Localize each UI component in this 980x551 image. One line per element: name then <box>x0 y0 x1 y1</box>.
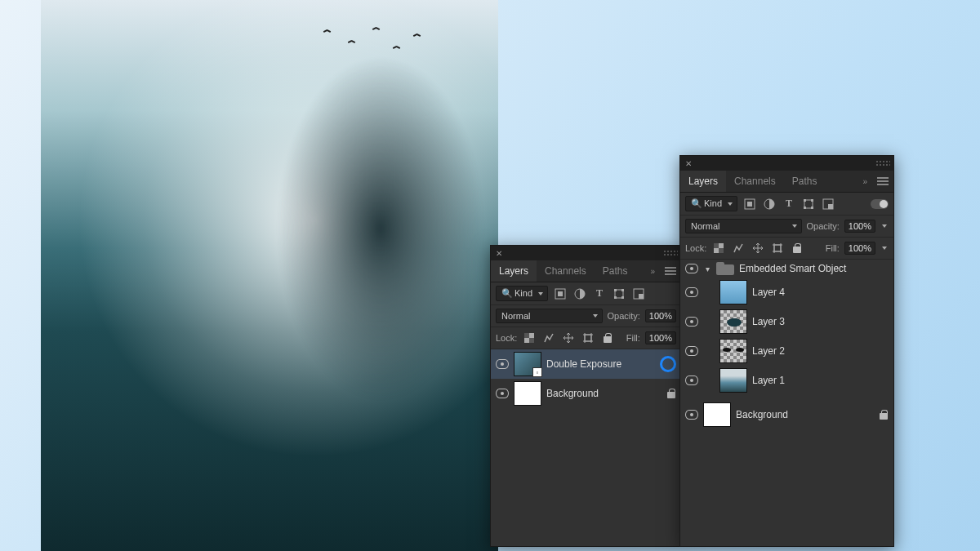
layer-row[interactable]: Background <box>680 400 893 429</box>
visibility-eye-icon[interactable] <box>685 346 698 356</box>
layer-row[interactable]: Layer 3 <box>680 307 893 336</box>
filter-pixel-icon[interactable] <box>553 287 568 301</box>
layer-name[interactable]: Background <box>736 409 874 420</box>
lock-pixels-icon[interactable] <box>731 241 746 256</box>
layer-row[interactable]: Layer 1 <box>680 366 893 395</box>
lock-artboard-icon[interactable] <box>770 241 785 256</box>
filter-smartobject-icon[interactable] <box>821 197 835 211</box>
visibility-eye-icon[interactable] <box>496 359 509 369</box>
lock-pixels-icon[interactable] <box>541 331 556 345</box>
drag-handle-icon[interactable] <box>875 160 890 167</box>
canvas-artwork <box>41 0 498 551</box>
lock-label: Lock: <box>496 333 517 343</box>
filter-shape-icon[interactable] <box>801 197 816 211</box>
opacity-caret-icon[interactable] <box>880 220 889 232</box>
tab-paths[interactable]: Paths <box>595 260 636 282</box>
lock-row: Lock: Fill: 100% <box>680 238 893 260</box>
visibility-eye-icon[interactable] <box>685 375 698 385</box>
filter-adjustment-icon[interactable] <box>572 287 587 301</box>
panel-menu-icon[interactable] <box>665 267 676 275</box>
close-icon[interactable]: ✕ <box>684 158 693 168</box>
lock-icon[interactable] <box>879 409 889 420</box>
filter-smartobject-icon[interactable] <box>631 287 646 301</box>
lock-icon[interactable] <box>666 388 676 399</box>
opacity-value[interactable]: 100% <box>645 309 676 322</box>
folder-icon <box>716 262 734 275</box>
panel-menu-icon[interactable] <box>877 177 889 185</box>
filter-pixel-icon[interactable] <box>742 197 757 211</box>
filter-kind-dropdown[interactable]: 🔍Kind <box>685 196 737 211</box>
filter-adjustment-icon[interactable] <box>762 197 777 211</box>
panel-tabs: Layers Channels Paths » <box>491 260 681 282</box>
group-disclosure-icon[interactable]: ▾ <box>703 264 711 273</box>
svg-rect-6 <box>614 296 617 299</box>
close-icon[interactable]: ✕ <box>494 248 504 258</box>
layer-thumbnail[interactable] <box>703 402 731 427</box>
layer-thumbnail[interactable] <box>719 368 747 393</box>
collapse-chevrons-icon[interactable]: » <box>645 267 660 276</box>
layer-name[interactable]: Layer 2 <box>752 345 889 357</box>
filter-shape-icon[interactable] <box>612 287 626 301</box>
tab-layers[interactable]: Layers <box>491 260 537 282</box>
svg-rect-13 <box>585 335 591 341</box>
layer-list: ▾ Embedded Smart Object Layer 4 Layer 3 <box>680 260 893 546</box>
svg-rect-19 <box>747 202 752 207</box>
layer-name[interactable]: Layer 1 <box>752 375 889 386</box>
visibility-eye-icon[interactable] <box>496 389 509 398</box>
panel-titlebar[interactable]: ✕ <box>491 246 681 260</box>
visibility-eye-icon[interactable] <box>685 287 698 297</box>
layer-name[interactable]: Layer 4 <box>752 287 889 298</box>
layer-row[interactable]: Background <box>491 379 681 408</box>
layer-group-name[interactable]: Embedded Smart Object <box>739 263 889 274</box>
layer-row[interactable]: Layer 4 <box>680 278 893 307</box>
blend-mode-dropdown[interactable]: Normal <box>685 219 802 233</box>
layer-thumbnail[interactable] <box>719 339 747 363</box>
lock-all-icon[interactable] <box>790 241 804 256</box>
cloud-status-ring-icon[interactable] <box>660 356 676 372</box>
fill-value[interactable]: 100% <box>844 242 875 255</box>
fill-value[interactable]: 100% <box>645 331 676 344</box>
lock-transparency-icon[interactable] <box>522 331 537 345</box>
layer-name[interactable]: Layer 3 <box>752 316 889 327</box>
visibility-eye-icon[interactable] <box>685 264 698 273</box>
fill-caret-icon[interactable] <box>880 242 889 254</box>
lock-position-icon[interactable] <box>751 241 765 256</box>
lock-transparency-icon[interactable] <box>711 241 726 256</box>
svg-rect-5 <box>621 289 624 291</box>
visibility-eye-icon[interactable] <box>685 317 698 327</box>
svg-rect-25 <box>811 207 813 209</box>
filter-kind-dropdown[interactable]: 🔍Kind <box>496 286 548 301</box>
opacity-value[interactable]: 100% <box>844 220 875 233</box>
blend-row: Normal Opacity: 100% <box>491 305 681 327</box>
lock-position-icon[interactable] <box>561 331 576 345</box>
smart-object-badge-icon: ▫ <box>532 367 542 377</box>
fill-label: Fill: <box>626 333 640 343</box>
blend-mode-dropdown[interactable]: Normal <box>496 309 603 323</box>
tab-channels[interactable]: Channels <box>537 260 595 282</box>
svg-rect-22 <box>804 199 806 202</box>
layer-row[interactable]: ▫ Double Exposure <box>491 349 681 379</box>
tab-paths[interactable]: Paths <box>784 171 826 192</box>
layer-thumbnail[interactable] <box>719 280 747 304</box>
filter-type-icon[interactable]: T <box>592 287 607 301</box>
filter-type-icon[interactable]: T <box>782 197 796 211</box>
panel-titlebar[interactable]: ✕ <box>680 156 893 171</box>
layer-name[interactable]: Background <box>546 388 662 399</box>
panel-tabs: Layers Channels Paths » <box>680 171 893 193</box>
layer-row[interactable]: Layer 2 <box>680 336 893 366</box>
layer-thumbnail[interactable] <box>514 381 541 406</box>
layer-group-row[interactable]: ▾ Embedded Smart Object <box>680 260 893 278</box>
filter-row: 🔍Kind T <box>680 193 893 216</box>
layer-name[interactable]: Double Exposure <box>546 358 655 370</box>
layer-thumbnail[interactable]: ▫ <box>514 352 541 376</box>
layer-thumbnail[interactable] <box>719 309 747 334</box>
filter-toggle-switch[interactable] <box>871 199 889 209</box>
visibility-eye-icon[interactable] <box>685 410 698 420</box>
collapse-chevrons-icon[interactable]: » <box>858 177 872 186</box>
lock-all-icon[interactable] <box>600 331 615 345</box>
svg-rect-27 <box>828 204 833 209</box>
lock-artboard-icon[interactable] <box>581 331 595 345</box>
tab-channels[interactable]: Channels <box>726 171 784 192</box>
tab-layers[interactable]: Layers <box>680 171 726 192</box>
drag-handle-icon[interactable] <box>663 250 678 256</box>
